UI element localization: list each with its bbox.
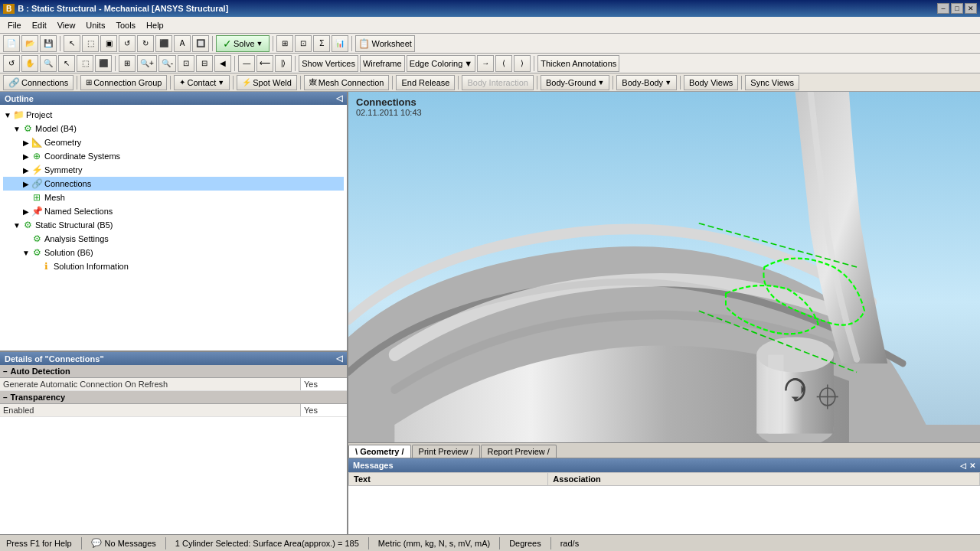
tb-icon3[interactable]: Σ	[313, 35, 330, 52]
menu-edit[interactable]: Edit	[28, 19, 51, 31]
minimize-button[interactable]: –	[937, 3, 949, 14]
outline-pin-icon[interactable]: ◁	[336, 93, 342, 103]
zoom-box[interactable]: ⊡	[178, 55, 194, 72]
tb-icon4[interactable]: 📊	[332, 35, 348, 52]
auto-detection-group[interactable]: – Auto Detection	[0, 365, 347, 378]
show-vertices-button[interactable]: Show Vertices	[299, 55, 358, 72]
annotation-btn[interactable]: |⟩	[275, 55, 292, 72]
expand-connections[interactable]: ▶	[21, 179, 31, 188]
status-radians: rad/s	[560, 539, 579, 548]
open-button[interactable]: 📂	[21, 35, 38, 52]
tree-item-analysis[interactable]: ⚙ Analysis Settings	[3, 232, 344, 246]
tab-report-preview[interactable]: Report Preview /	[481, 445, 557, 458]
zoom-face[interactable]: ⊟	[196, 55, 213, 72]
tree-item-solution[interactable]: ▼ ⚙ Solution (B6)	[3, 246, 344, 259]
select2-button[interactable]: ▣	[100, 35, 117, 52]
thicken-button[interactable]: Thicken Annotations	[537, 55, 619, 72]
mesh-connection-btn[interactable]: 🕸 Mesh Connection	[304, 75, 390, 90]
expand-geometry[interactable]: ▶	[21, 138, 31, 147]
maximize-button[interactable]: □	[951, 3, 963, 14]
window-controls[interactable]: – □ ✕	[937, 3, 977, 14]
tree-item-mesh[interactable]: ⊞ Mesh	[3, 191, 344, 204]
zoom-out[interactable]: 🔍-	[158, 55, 176, 72]
sync-views-btn[interactable]: Sync Views	[745, 75, 799, 90]
expand-mesh[interactable]	[21, 193, 31, 202]
tab-print-preview[interactable]: Print Preview /	[412, 445, 480, 458]
viewport-date: 02.11.2011 10:43	[356, 108, 422, 117]
arrow-btn2[interactable]: ⟨	[495, 55, 512, 72]
box-select[interactable]: ⬚	[77, 55, 93, 72]
menu-file[interactable]: File	[3, 19, 26, 31]
select-button[interactable]: ⬚	[82, 35, 99, 52]
line-btn[interactable]: —	[238, 55, 255, 72]
worksheet-button[interactable]: 📋 Worksheet	[355, 35, 414, 52]
new-button[interactable]: 📄	[3, 35, 20, 52]
menu-tools[interactable]: Tools	[111, 19, 140, 31]
tree-item-geometry[interactable]: ▶ 📐 Geometry	[3, 135, 344, 149]
select-mode[interactable]: ↖	[58, 55, 75, 72]
tree-item-connections[interactable]: ▶ 🔗 Connections	[3, 177, 344, 191]
menu-units[interactable]: Units	[81, 19, 109, 31]
expand-solution[interactable]: ▼	[21, 248, 31, 257]
body-interaction-btn[interactable]: Body Interaction	[462, 75, 534, 90]
expand-model[interactable]: ▼	[12, 124, 21, 133]
end-release-btn[interactable]: End Release	[396, 75, 455, 90]
sep1	[60, 36, 60, 51]
tb-icon1[interactable]: ⊞	[276, 35, 293, 52]
expand-named[interactable]: ▶	[21, 207, 31, 216]
wireframe-button[interactable]: Wireframe	[360, 55, 405, 72]
geometry-icon: 📐	[31, 136, 43, 148]
expand-project[interactable]: ▼	[3, 110, 12, 119]
line2-btn[interactable]: ⟵	[256, 55, 273, 72]
redo-button[interactable]: ↻	[137, 35, 154, 52]
tb-icon2[interactable]: ⊡	[295, 35, 312, 52]
expand-solinfo[interactable]	[31, 262, 40, 271]
contact-btn[interactable]: ✦ Contact ▼	[174, 75, 230, 90]
tree-item-coord[interactable]: ▶ ⊕ Coordinate Systems	[3, 149, 344, 163]
messages-pin-icon[interactable]: ◁	[960, 461, 966, 470]
text-button[interactable]: A	[174, 35, 191, 52]
solve-button[interactable]: ✓ Solve ▼	[216, 35, 270, 52]
snap-button[interactable]: 🔲	[192, 35, 209, 52]
prev-view[interactable]: ◀	[214, 55, 231, 72]
tree-item-project[interactable]: ▼ 📁 Project	[3, 108, 344, 122]
enabled-value[interactable]: Yes	[301, 404, 347, 416]
spot-weld-btn[interactable]: ⚡ Spot Weld	[237, 75, 297, 90]
menu-view[interactable]: View	[53, 19, 80, 31]
rotate-button[interactable]: ↺	[3, 55, 20, 72]
edge-coloring-button[interactable]: Edge Coloring ▼	[407, 55, 476, 72]
menu-help[interactable]: Help	[142, 19, 168, 31]
body-ground-btn[interactable]: Body-Ground ▼	[541, 75, 609, 90]
tree-item-model[interactable]: ▼ ⚙ Model (B4)	[3, 122, 344, 135]
transparency-group[interactable]: – Transparency	[0, 391, 347, 404]
arrow-btn3[interactable]: ⟩	[514, 55, 531, 72]
expand-symmetry[interactable]: ▶	[21, 165, 31, 174]
body-body-btn[interactable]: Body-Body ▼	[616, 75, 677, 90]
details-pin-icon[interactable]: ◁	[336, 354, 342, 364]
tree-item-solinfo[interactable]: ℹ Solution Information	[3, 259, 344, 273]
expand-coord[interactable]: ▶	[21, 152, 31, 161]
save-button[interactable]: 💾	[40, 35, 57, 52]
pointer-button[interactable]: ↖	[64, 35, 80, 52]
connections-btn[interactable]: 🔗 Connections	[3, 75, 74, 90]
zoom-in[interactable]: 🔍+	[137, 55, 157, 72]
generate-value[interactable]: Yes	[301, 378, 347, 390]
body-views-btn[interactable]: Body Views	[684, 75, 738, 90]
close-button[interactable]: ✕	[965, 3, 977, 14]
expand-static[interactable]: ▼	[12, 220, 21, 230]
messages-close-icon[interactable]: ✕	[969, 461, 975, 470]
arrow-btn1[interactable]: →	[477, 55, 494, 72]
tree-item-symmetry[interactable]: ▶ ⚡ Symmetry	[3, 163, 344, 177]
undo-button[interactable]: ↺	[119, 35, 136, 52]
tab-geometry[interactable]: \ Geometry /	[348, 445, 411, 458]
tree-item-static[interactable]: ▼ ⚙ Static Structural (B5)	[3, 218, 344, 232]
zoom-button[interactable]: 🔍	[40, 55, 57, 72]
toggle-btn[interactable]: ⬛	[95, 55, 112, 72]
expand-analysis[interactable]	[21, 234, 31, 243]
tree-item-named[interactable]: ▶ 📌 Named Selections	[3, 204, 344, 218]
viewport[interactable]: Connections 02.11.2011 10:43 ANSYS 13.0	[348, 92, 980, 442]
model-button[interactable]: ⬛	[155, 35, 172, 52]
fit-button[interactable]: ⊞	[119, 55, 136, 72]
pan-button[interactable]: ✋	[21, 55, 38, 72]
connection-group-btn[interactable]: ⊞ Connection Group	[80, 75, 167, 90]
